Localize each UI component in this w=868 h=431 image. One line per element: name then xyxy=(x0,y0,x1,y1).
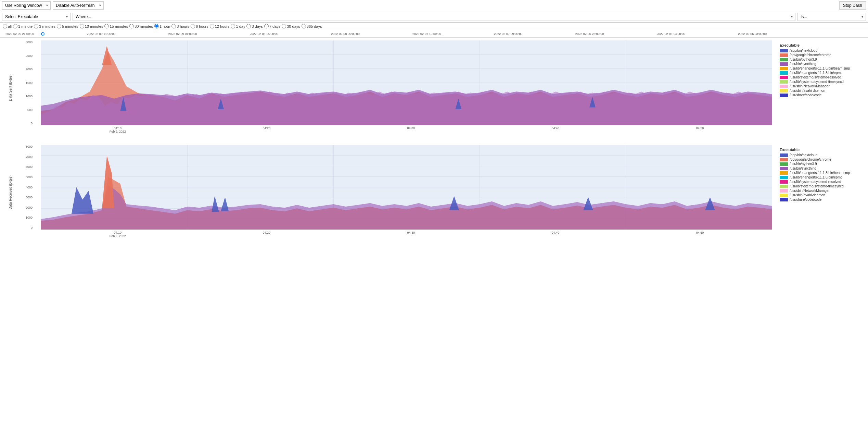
radio-input-30day[interactable] xyxy=(282,24,286,28)
legend-color-swatch xyxy=(780,162,788,166)
radio-input-12hr[interactable] xyxy=(210,24,214,28)
y-ticks-sent: 300025002000150010005000 xyxy=(26,40,33,125)
legend-color-swatch xyxy=(780,85,788,88)
legend-item-label: /usr/lib/erlang/erts-11.1.8/bin/beam.smp xyxy=(790,171,850,175)
is-select[interactable]: Is... xyxy=(797,13,866,21)
radio-option-12hr[interactable]: 12 hours xyxy=(210,24,230,28)
y-tick: 4000 xyxy=(26,186,33,189)
radio-input-1min[interactable] xyxy=(13,24,17,28)
radio-option-365day[interactable]: 365 days xyxy=(302,24,322,28)
radio-option-6hr[interactable]: 6 hours xyxy=(191,24,208,28)
legend-item-label: /usr/lib/systemd/systemd-resolved xyxy=(790,75,841,79)
where-select-wrapper: Where... xyxy=(73,13,795,21)
auto-refresh-wrapper: Disable Auto-Refresh xyxy=(53,1,104,10)
legend-item-label: /usr/bin/python3.9 xyxy=(790,58,817,61)
x-tick: 04:50 xyxy=(696,126,704,130)
legend-item-label: /usr/sbin/avahi-daemon xyxy=(790,89,825,93)
rolling-window-select[interactable]: Use Rolling Window xyxy=(2,1,51,10)
radio-label-5min: 5 minutes xyxy=(62,24,78,28)
legend-item: /opt/google/chrome/chrome xyxy=(780,53,864,57)
radio-input-3min[interactable] xyxy=(34,24,38,28)
legend-item: /usr/sbin/avahi-daemon xyxy=(780,89,864,93)
radio-input-1day[interactable] xyxy=(231,24,235,28)
legend-sent: Executable/app/bin/nextcloud/opt/google/… xyxy=(776,40,868,135)
radio-input-10min[interactable] xyxy=(80,24,84,28)
radio-option-15min[interactable]: 15 minutes xyxy=(104,24,128,28)
radio-input-365day[interactable] xyxy=(302,24,306,28)
legend-color-swatch xyxy=(780,67,788,70)
legend-item-label: /app/bin/nextcloud xyxy=(790,153,817,157)
y-tick: 2500 xyxy=(26,54,33,58)
radio-label-365day: 365 days xyxy=(307,24,322,28)
radio-option-30min[interactable]: 30 minutes xyxy=(129,24,153,28)
chart-sent-section: Data Sent (bytes) xyxy=(0,38,868,135)
radio-label-6hr: 6 hours xyxy=(196,24,208,28)
radio-option-1hr[interactable]: 1 hour xyxy=(154,24,170,28)
radio-label-3min: 3 minutes xyxy=(39,24,55,28)
legend-color-swatch xyxy=(780,62,788,66)
radio-option-3min[interactable]: 3 minutes xyxy=(34,24,55,28)
legend-color-swatch xyxy=(780,58,788,61)
legend-item: /opt/google/chrome/chrome xyxy=(780,158,864,161)
legend-item-label: /usr/sbin/avahi-daemon xyxy=(790,193,825,197)
timeline-label: 2022-02-07 19:00:00 xyxy=(412,32,441,36)
legend-item: /usr/lib/erlang/erts-11.1.8/bin/epmd xyxy=(780,175,864,179)
radio-input-7day[interactable] xyxy=(264,24,269,28)
radio-label-1day: 1 day xyxy=(236,24,245,28)
radio-option-7day[interactable]: 7 days xyxy=(264,24,280,28)
legend-item: /usr/bin/syncthing xyxy=(780,62,864,66)
legend-color-swatch xyxy=(780,194,788,197)
radio-option-3hr[interactable]: 3 hours xyxy=(171,24,189,28)
y-tick: 8000 xyxy=(26,145,33,148)
y-tick: 6000 xyxy=(26,165,33,169)
y-tick: 1000 xyxy=(26,216,33,219)
radio-input-15min[interactable] xyxy=(104,24,109,28)
radio-input-3hr[interactable] xyxy=(171,24,176,28)
legend-color-swatch xyxy=(780,71,788,75)
radio-label-all: all xyxy=(8,24,12,28)
radio-input-30min[interactable] xyxy=(129,24,134,28)
legend-color-swatch xyxy=(780,94,788,97)
stop-dash-button[interactable]: Stop Dash xyxy=(839,1,866,10)
legend-item-label: /usr/lib/systemd/systemd-timesyncd xyxy=(790,80,844,84)
radio-option-all[interactable]: all xyxy=(3,24,12,28)
radio-label-1min: 1 minute xyxy=(18,24,33,28)
radio-input-6hr[interactable] xyxy=(191,24,195,28)
rolling-window-wrapper: Use Rolling Window xyxy=(2,1,51,10)
executable-select[interactable]: Select Executable xyxy=(2,13,71,21)
y-tick: 5000 xyxy=(26,175,33,179)
radio-option-30day[interactable]: 30 days xyxy=(282,24,300,28)
legend-color-swatch xyxy=(780,189,788,193)
legend-color-swatch xyxy=(780,198,788,201)
radio-label-30min: 30 minutes xyxy=(135,24,153,28)
timeline-slider[interactable] xyxy=(41,32,44,36)
y-tick: 0 xyxy=(31,226,33,230)
radio-option-5min[interactable]: 5 minutes xyxy=(57,24,78,28)
legend-color-swatch xyxy=(780,185,788,188)
radio-input-1hr[interactable] xyxy=(154,24,159,28)
y-axis-label-sent: Data Sent (bytes) xyxy=(0,40,21,135)
radio-option-1min[interactable]: 1 minute xyxy=(13,24,33,28)
timeline-label: 2022-02-07 09:00:00 xyxy=(494,32,523,36)
time-range-radio-bar: all1 minute3 minutes5 minutes10 minutes1… xyxy=(0,23,868,30)
radio-input-3day[interactable] xyxy=(246,24,251,28)
timeline-bar: 2022-02-09 21:00:002022-02-09 11:00:0020… xyxy=(0,30,868,38)
chart-recv-area: 800070006000500040003000200010000 04:10F… xyxy=(41,145,772,240)
where-select[interactable]: Where... xyxy=(73,13,795,21)
radio-option-3day[interactable]: 3 days xyxy=(246,24,263,28)
x-tick: 04:20 xyxy=(263,231,270,234)
legend-color-swatch xyxy=(780,49,788,52)
radio-label-3hr: 3 hours xyxy=(177,24,189,28)
legend-item-label: /opt/google/chrome/chrome xyxy=(790,158,831,161)
legend-title: Executable xyxy=(780,43,864,47)
timeline-label: 2022-02-08 15:00:00 xyxy=(250,32,278,36)
x-tick: 04:20 xyxy=(263,126,270,130)
timeline-label: 2022-02-08 05:00:00 xyxy=(331,32,360,36)
y-tick: 500 xyxy=(27,108,33,112)
radio-option-10min[interactable]: 10 minutes xyxy=(80,24,103,28)
radio-input-all[interactable] xyxy=(3,24,7,28)
radio-input-5min[interactable] xyxy=(57,24,61,28)
legend-color-swatch xyxy=(780,153,788,157)
auto-refresh-select[interactable]: Disable Auto-Refresh xyxy=(53,1,104,10)
radio-option-1day[interactable]: 1 day xyxy=(231,24,245,28)
